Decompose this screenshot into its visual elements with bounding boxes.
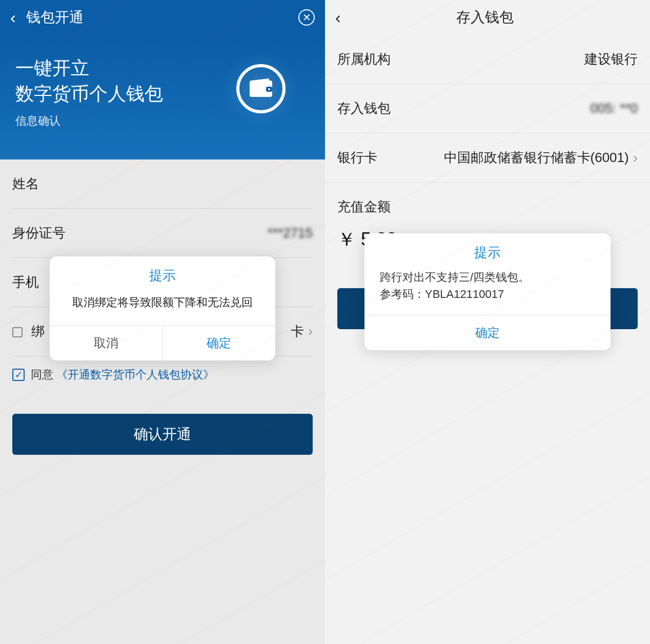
header-title: 钱包开通 (26, 8, 298, 27)
dialog-cancel-button[interactable]: 取消 (50, 326, 163, 360)
org-row[interactable]: 所属机构 建设银行 (325, 35, 650, 84)
hero-line1: 一键开立 (15, 57, 89, 78)
wallet-value: 005: **0 (590, 100, 638, 116)
alert-dialog: 提示 跨行对出不支持三/四类钱包。 参考码：YBLA12110017 确定 (364, 233, 611, 350)
name-row[interactable]: 姓名 (12, 159, 313, 209)
id-value: ***2715 (268, 225, 313, 241)
dialog-ok-button[interactable]: 确定 (163, 326, 276, 360)
id-row[interactable]: 身份证号 ***2715 (12, 209, 313, 258)
chevron-right-icon: › (308, 323, 313, 339)
wallet-icon (222, 50, 299, 127)
chevron-right-icon: › (633, 150, 638, 166)
bind-label: 绑 (31, 324, 45, 339)
name-label: 姓名 (12, 175, 313, 193)
dialog-msg-line2: 参考码：YBLA12110017 (380, 286, 595, 303)
agree-row[interactable]: ✓ 同意 《开通数字货币个人钱包协议》 (12, 356, 313, 393)
hero-line2: 数字货币个人钱包 (15, 83, 163, 104)
dialog-title: 提示 (50, 256, 275, 290)
org-label: 所属机构 (337, 50, 584, 68)
amount-label: 充值金额 (325, 183, 650, 222)
agree-checkbox[interactable]: ✓ (12, 369, 25, 381)
wallet-label: 存入钱包 (337, 99, 590, 117)
screen-wallet-open: ‹ 钱包开通 ✕ 一键开立 数字货币个人钱包 信息确认 姓名 身份证号 (0, 0, 325, 644)
wallet-row[interactable]: 存入钱包 005: **0 (325, 84, 650, 133)
dialog-message: 取消绑定将导致限额下降和无法兑回 (50, 290, 275, 325)
card-value: 中国邮政储蓄银行储蓄卡(6001) (444, 149, 629, 167)
card-label: 银行卡 (337, 149, 444, 167)
header-title: 存入钱包 (331, 8, 640, 27)
header: ‹ 钱包开通 ✕ (0, 0, 325, 35)
dialog-msg-line1: 跨行对出不支持三/四类钱包。 (380, 269, 595, 286)
bind-checkbox[interactable] (12, 327, 23, 337)
id-label: 身份证号 (12, 224, 268, 242)
svg-point-2 (268, 88, 270, 90)
hero-banner: 一键开立 数字货币个人钱包 信息确认 (0, 35, 325, 159)
alert-dialog: 提示 取消绑定将导致限额下降和无法兑回 取消 确定 (50, 256, 275, 360)
agree-prefix: 同意 (31, 367, 53, 383)
confirm-open-button[interactable]: 确认开通 (12, 414, 313, 455)
screen-deposit: ‹ 存入钱包 所属机构 建设银行 存入钱包 005: **0 银行卡 中国邮政储… (325, 0, 650, 644)
card-row[interactable]: 银行卡 中国邮政储蓄银行储蓄卡(6001) › (325, 133, 650, 183)
close-icon[interactable]: ✕ (298, 9, 315, 26)
dialog-ok-button[interactable]: 确定 (364, 315, 611, 350)
dialog-message: 跨行对出不支持三/四类钱包。 参考码：YBLA12110017 (364, 267, 611, 315)
org-value: 建设银行 (584, 50, 638, 68)
back-icon[interactable]: ‹ (10, 8, 16, 27)
agreement-link[interactable]: 《开通数字货币个人钱包协议》 (56, 367, 214, 383)
header: ‹ 存入钱包 (325, 0, 650, 35)
bind-suffix: 卡 (291, 323, 304, 340)
dialog-title: 提示 (364, 233, 611, 267)
